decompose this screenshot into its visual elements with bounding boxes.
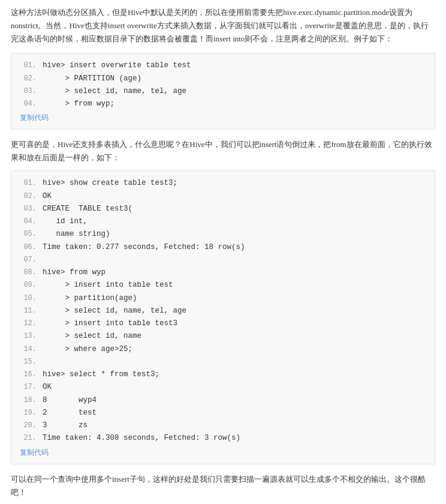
code-line: 21. Time taken: 4.308 seconds, Fetched: …: [20, 432, 426, 445]
code-line: 03. CREATE TABLE test3(: [20, 203, 426, 215]
line-text: CREATE TABLE test3(: [43, 203, 132, 215]
line-number: 12.: [20, 317, 37, 329]
line-text: > select id, name: [43, 330, 141, 343]
code-line: 09. > insert into table test: [20, 279, 426, 292]
code-line: 05. name string): [20, 228, 426, 241]
code-lines-2: 01. hive> show create table test3; 02. O…: [20, 177, 426, 445]
line-number: 05.: [20, 228, 37, 240]
line-number: 04.: [20, 98, 37, 110]
code-line: 15.: [20, 356, 426, 368]
copy-code-link-2[interactable]: 复制代码: [20, 448, 49, 458]
code-line: 14. > where age>25;: [20, 343, 426, 356]
line-text: 8 wyp4: [43, 394, 97, 407]
line-text: > PARTITION (age): [43, 73, 141, 85]
line-number: 02.: [20, 73, 37, 85]
line-text: id int,: [43, 215, 88, 228]
copy-code-link-1[interactable]: 复制代码: [20, 113, 49, 123]
line-number: 18.: [20, 394, 37, 406]
code-line: 02. > PARTITION (age): [20, 73, 426, 85]
line-number: 20.: [20, 419, 37, 431]
code-line: 11. > select id, name, tel, age: [20, 305, 426, 317]
code-line: 03. > select id, name, tel, age: [20, 85, 426, 98]
line-number: 21.: [20, 432, 37, 444]
line-number: 09.: [20, 279, 37, 291]
line-text: > select id, name, tel, age: [43, 85, 186, 98]
line-text: > select id, name, tel, age: [43, 305, 186, 317]
line-number: 13.: [20, 330, 37, 342]
line-text: > insert into table test: [43, 279, 173, 292]
code-block-1: 01. hive> insert overwrite table test 02…: [11, 53, 435, 130]
line-number: 04.: [20, 215, 37, 227]
line-number: 11.: [20, 305, 37, 317]
code-line: 01. hive> show create table test3;: [20, 177, 426, 190]
line-text: > from wyp;: [43, 98, 114, 110]
line-text: Time taken: 0.277 seconds, Fetched: 18 r…: [43, 241, 245, 254]
code-line: 04. > from wyp;: [20, 98, 426, 110]
code-line: 10. > partition(age): [20, 292, 426, 305]
code-block-2: 01. hive> show create table test3; 02. O…: [11, 170, 435, 464]
line-number: 03.: [20, 203, 37, 215]
line-text: [43, 254, 47, 266]
line-number: 17.: [20, 381, 37, 393]
line-text: hive> show create table test3;: [43, 177, 177, 190]
code-line: 18. 8 wyp4: [20, 394, 426, 407]
code-line: 08. hive> from wyp: [20, 266, 426, 279]
line-number: 15.: [20, 356, 37, 368]
code-line: 13. > select id, name: [20, 330, 426, 343]
line-text: OK: [43, 190, 52, 203]
line-number: 07.: [20, 254, 37, 266]
intro-paragraph-1: 这种方法叫做动态分区插入，但是Hive中默认是关闭的，所以在使用前需要先把hiv…: [11, 6, 435, 46]
code-line: 01. hive> insert overwrite table test: [20, 59, 426, 72]
line-text: > insert into table test3: [43, 317, 177, 330]
code-line: 19. 2 test: [20, 407, 426, 419]
code-line: 04. id int,: [20, 215, 426, 228]
line-number: 03.: [20, 85, 37, 97]
line-number: 14.: [20, 343, 37, 355]
line-text: > partition(age): [43, 292, 137, 305]
code-line: 17. OK: [20, 381, 426, 394]
line-number: 10.: [20, 292, 37, 304]
line-text: 2 test: [43, 407, 97, 419]
line-text: [43, 356, 47, 368]
line-text: hive> insert overwrite table test: [43, 59, 191, 72]
code-line: 07.: [20, 254, 426, 266]
code-line: 02. OK: [20, 190, 426, 203]
line-text: Time taken: 4.308 seconds, Fetched: 3 ro…: [43, 432, 240, 445]
line-number: 06.: [20, 241, 37, 253]
line-number: 02.: [20, 190, 37, 202]
code-line: 06. Time taken: 0.277 seconds, Fetched: …: [20, 241, 426, 254]
page-content: 这种方法叫做动态分区插入，但是Hive中默认是关闭的，所以在使用前需要先把hiv…: [0, 0, 446, 504]
line-text: hive> select * from test3;: [43, 368, 159, 381]
intro-paragraph-2: 更可喜的是，Hive还支持多表插入，什么意思呢？在Hive中，我们可以把inse…: [11, 138, 435, 164]
code-line: 16. hive> select * from test3;: [20, 368, 426, 381]
outro-paragraph: 可以在同一个查询中使用多个insert子句，这样的好处是我们只需要扫描一遍源表就…: [11, 473, 435, 499]
line-text: OK: [43, 381, 52, 394]
code-line: 12. > insert into table test3: [20, 317, 426, 330]
code-lines-1: 01. hive> insert overwrite table test 02…: [20, 59, 426, 110]
line-number: 19.: [20, 407, 37, 419]
line-text: > where age>25;: [43, 343, 132, 356]
line-text: name string): [43, 228, 110, 241]
line-number: 16.: [20, 368, 37, 380]
line-text: 3 zs: [43, 419, 88, 432]
line-text: hive> from wyp: [43, 266, 106, 279]
code-line: 20. 3 zs: [20, 419, 426, 432]
line-number: 08.: [20, 266, 37, 278]
line-number: 01.: [20, 59, 37, 71]
line-number: 01.: [20, 177, 37, 189]
